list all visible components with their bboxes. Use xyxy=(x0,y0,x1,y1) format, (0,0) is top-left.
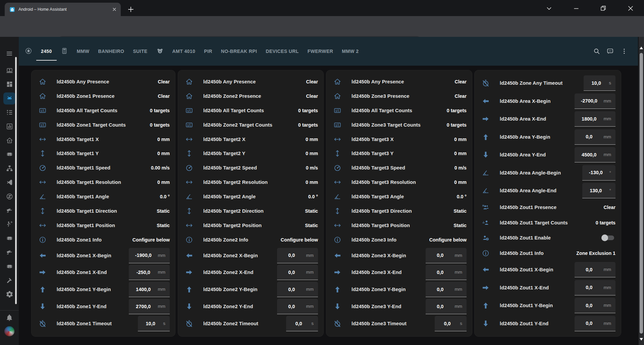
entity-row[interactable]: ld2450b Zout1 Enable xyxy=(480,231,615,245)
ha-tab-2450[interactable]: 2450 xyxy=(41,49,52,54)
browser-tab[interactable]: Android – Home Assistant xyxy=(5,3,121,16)
entity-row[interactable]: ld2450b Target2 DirectionStatic xyxy=(183,204,318,218)
entity-row[interactable]: ld2450b Target3 Resolution0 mm xyxy=(332,175,467,189)
ha-tab-no-break-rpi[interactable]: NO-BREAK RPI xyxy=(221,49,257,54)
number-input[interactable]: 2700,0mm xyxy=(129,299,170,314)
entity-row[interactable]: ld2450b Zone1 Timeout10,0s xyxy=(37,315,170,332)
sidebar-menu-icon[interactable] xyxy=(6,50,13,57)
number-input[interactable]: 10,0s xyxy=(584,75,615,91)
sidebar-item-android-dashboard[interactable] xyxy=(3,92,15,105)
overflow-menu-icon[interactable] xyxy=(621,48,628,55)
ha-tab-mmw[interactable]: MMW xyxy=(77,49,90,54)
ha-tab-suite[interactable]: SUITE xyxy=(133,49,147,54)
tab-search-chevron-icon[interactable] xyxy=(545,4,553,13)
entity-row[interactable]: ld2450b Zone2 X-Begin0,0mm xyxy=(183,247,318,264)
entity-row[interactable]: ld2450b Zout1 X-End0,0mm xyxy=(480,279,615,296)
sidebar-item-modules-3[interactable] xyxy=(3,260,15,272)
browser-scrollbar[interactable] xyxy=(639,37,644,345)
entity-row[interactable]: ld2450b Target1 Resolution0 mm xyxy=(37,175,170,189)
entity-row[interactable]: ld2450b Zone2 Y-End0,0mm xyxy=(183,298,318,315)
ha-tab-pet[interactable] xyxy=(156,47,164,56)
entity-row[interactable]: ld2450b Zone1 X-Begin-1900,0mm xyxy=(37,247,170,264)
entity-row[interactable]: ld2450b Target1 Angle0.0 ° xyxy=(37,190,170,204)
number-input[interactable]: 0,0mm xyxy=(277,265,318,280)
entity-row[interactable]: ld2450b Target2 Angle0.0 ° xyxy=(183,190,318,204)
number-input[interactable]: 0,0mm xyxy=(426,299,467,314)
entity-row[interactable]: ld2450b Zone3 PresenceClear xyxy=(332,89,467,103)
entity-row[interactable]: ld2450b Zout1 PresenceClear xyxy=(480,200,615,214)
number-input[interactable]: 0,0mm xyxy=(426,282,467,297)
number-input[interactable]: -250,0mm xyxy=(129,265,170,280)
entity-row[interactable]: 125ld2450b All Target Counts0 targets xyxy=(183,104,318,118)
entity-row[interactable]: ld2450b Any PresenceClear xyxy=(332,75,467,89)
ha-tab-banheiro[interactable]: BANHEIRO xyxy=(98,49,124,54)
sidebar-item-lists[interactable] xyxy=(3,106,15,118)
number-input[interactable]: 0,0mm xyxy=(426,248,467,263)
entity-row[interactable]: ld2450b Zout1 InfoZone Exclusion 1 xyxy=(480,246,615,260)
entity-row[interactable]: ld2450b Target1 Speed0.00 m/s xyxy=(37,161,170,175)
entity-row[interactable]: ld2450b Zone3 Y-Begin0,0mm xyxy=(332,281,467,298)
sidebar-item-settings[interactable] xyxy=(3,288,15,300)
entity-row[interactable]: ld2450b Zone2 InfoConfigure below xyxy=(183,233,318,247)
new-tab-button[interactable] xyxy=(127,5,135,13)
entity-row[interactable]: ld2450b Zone3 InfoConfigure below xyxy=(332,233,467,247)
tab-close-icon[interactable] xyxy=(111,6,117,12)
sidebar-item-history[interactable] xyxy=(3,120,15,132)
entity-row[interactable]: ld2450b Target3 X0 mm xyxy=(332,132,467,146)
entity-row[interactable]: ld2450b Area Y-Begin0,0mm xyxy=(480,129,615,145)
ha-tab-mmw-2[interactable]: MMW 2 xyxy=(342,49,359,54)
sidebar-item-media[interactable] xyxy=(3,64,15,76)
entity-row[interactable]: 125ld2450b Zone3 Target Counts0 targets xyxy=(332,118,467,132)
entity-row[interactable]: ld2450b Zone2 Timeout0,0s xyxy=(183,315,318,332)
window-restore-button[interactable] xyxy=(599,4,607,13)
entity-row[interactable]: ld2450b Area Angle-Begin-130,0° xyxy=(480,164,615,181)
entity-row[interactable]: ld2450b Target2 Y0 mm xyxy=(183,146,318,160)
entity-row[interactable]: ld2450b Target2 PositionStatic xyxy=(183,218,318,232)
entity-row[interactable]: ld2450b Target2 Resolution0 mm xyxy=(183,175,318,189)
entity-row[interactable]: ld2450b Zone3 Timeout0,0s xyxy=(332,315,467,332)
entity-row[interactable]: ld2450b Target3 Angle0.0 ° xyxy=(332,190,467,204)
sidebar-item-zigbee2mqtt[interactable] xyxy=(3,190,15,202)
number-input[interactable]: 4500,0mm xyxy=(575,147,615,162)
ha-tab-fwerwer[interactable]: FWERWER xyxy=(308,49,333,54)
entity-row[interactable]: ld2450b Target3 Speed0 m/s xyxy=(332,161,467,175)
entity-row[interactable]: 125ld2450b All Target Counts0 targets xyxy=(37,104,170,118)
entity-row[interactable]: 125ld2450b All Target Counts0 targets xyxy=(332,104,467,118)
number-input[interactable]: 1800,0mm xyxy=(575,111,615,127)
scrollbar-thumb[interactable] xyxy=(640,53,643,334)
sidebar-item-network-tree[interactable] xyxy=(3,162,15,175)
entity-row[interactable]: ld2450b Zone2 X-End0,0mm xyxy=(183,264,318,281)
toggle-switch-off[interactable] xyxy=(603,235,614,240)
number-input[interactable]: 0,0mm xyxy=(575,280,615,295)
entity-row[interactable]: ld2450b Zout1 Y-End0,0mm xyxy=(480,315,615,332)
entity-row[interactable]: ld2450b Target1 PositionStatic xyxy=(37,218,170,232)
entity-row[interactable]: ld2450b Zone1 X-End-250,0mm xyxy=(37,264,170,281)
entity-row[interactable]: ld2450b Target1 Y0 mm xyxy=(37,146,170,160)
entity-row[interactable]: 125ld2450b Zone1 Target Counts0 targets xyxy=(37,118,170,132)
number-input[interactable]: 0,0mm xyxy=(575,298,615,313)
ha-tab-home[interactable] xyxy=(25,47,32,56)
entity-row[interactable]: ld2450b Zone1 Y-End2700,0mm xyxy=(37,298,170,315)
entity-row[interactable]: ld2450b Target1 X0 mm xyxy=(37,132,170,146)
sidebar-item-cameras-2[interactable] xyxy=(3,246,15,258)
ha-tab-devices-url[interactable]: DEVICES URL xyxy=(266,49,299,54)
sidebar-item-device-modules[interactable] xyxy=(3,148,15,160)
entity-row[interactable]: ld2450b Target3 DirectionStatic xyxy=(332,204,467,218)
window-minimize-button[interactable] xyxy=(572,4,581,13)
entity-row[interactable]: ld2450b Zout1 Y-Begin0,0mm xyxy=(480,297,615,314)
search-icon[interactable] xyxy=(593,48,600,55)
ha-tab-pir[interactable]: PIR xyxy=(204,49,212,54)
entity-row[interactable]: ld2450b Zone1 InfoConfigure below xyxy=(37,233,170,247)
number-input[interactable]: 0,0s xyxy=(286,316,318,331)
entity-row[interactable]: ld2450b Zone3 X-Begin0,0mm xyxy=(332,247,467,264)
entity-row[interactable]: ld2450b Zone2 Y-Begin0,0mm xyxy=(183,281,318,298)
entity-row[interactable]: ld2450b Zout1 X-Begin0,0mm xyxy=(480,261,615,278)
number-input[interactable]: 0,0mm xyxy=(277,248,318,263)
number-input[interactable]: -1900,0mm xyxy=(129,248,170,263)
number-input[interactable]: -130,0° xyxy=(582,165,615,181)
window-close-button[interactable] xyxy=(626,4,635,13)
assist-chat-icon[interactable] xyxy=(606,48,614,55)
entity-row[interactable]: ld2450b Any PresenceClear xyxy=(37,75,170,89)
number-input[interactable]: 130,0° xyxy=(582,183,615,198)
notifications-bell-icon[interactable] xyxy=(5,314,13,322)
